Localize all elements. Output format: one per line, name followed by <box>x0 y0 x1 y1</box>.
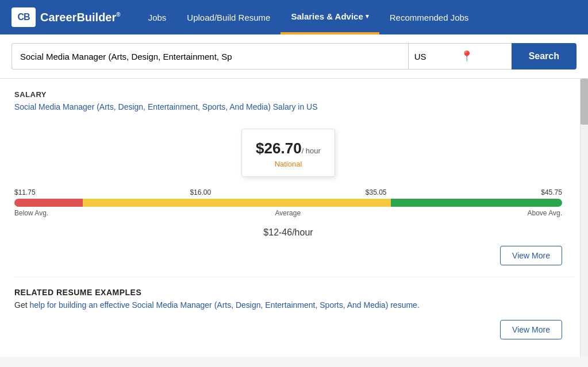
salary-range-labels: $11.75 $16.00 $35.05 $45.75 <box>14 188 562 196</box>
search-button[interactable]: Search <box>512 43 577 69</box>
resume-view-more-row: View More <box>14 320 562 339</box>
resume-section: RELATED RESUME EXAMPLES Get help for bui… <box>14 288 574 339</box>
search-location-wrapper: 📍 <box>408 43 512 69</box>
salary-section-title: Social Media Manager (Arts, Design, Ente… <box>14 102 562 111</box>
label-below-avg: Below Avg. <box>14 209 48 217</box>
logo-brand-text: CareerBuilder® <box>40 11 121 24</box>
resume-view-more-button[interactable]: View More <box>500 320 562 339</box>
nav-salaries-advice[interactable]: Salaries & Advice ▾ <box>280 0 379 34</box>
navbar: CB CareerBuilder® Jobs Upload/Build Resu… <box>0 0 588 34</box>
resume-help-link[interactable]: help for building an effective Social Me… <box>29 300 419 310</box>
bar-below-avg <box>14 199 83 207</box>
logo-cb-text: CB <box>17 12 29 22</box>
nav-jobs[interactable]: Jobs <box>138 0 177 34</box>
logo[interactable]: CB CareerBuilder® <box>11 7 121 27</box>
label-above-avg: Above Avg. <box>528 209 563 217</box>
salary-bar <box>14 199 562 207</box>
bar-average <box>83 199 391 207</box>
salary-section-label: SALARY <box>14 90 562 99</box>
scrollbar[interactable] <box>580 79 588 357</box>
label-avg: Average <box>48 209 527 217</box>
salary-bar-section: $11.75 $16.00 $35.05 $45.75 Below Avg. A… <box>14 188 562 217</box>
location-icon[interactable]: 📍 <box>460 50 473 63</box>
scroll-thumb[interactable] <box>581 79 588 125</box>
resume-section-title: RELATED RESUME EXAMPLES <box>14 288 562 297</box>
chevron-down-icon: ▾ <box>366 13 369 20</box>
salary-amount: $26.70/ hour <box>256 140 321 157</box>
bar-above-avg <box>391 199 562 207</box>
section-divider <box>14 277 574 277</box>
nav-links: Jobs Upload/Build Resume Salaries & Advi… <box>138 0 577 34</box>
range-low-low: $11.75 <box>14 188 36 196</box>
search-bar-container: 📍 Search <box>0 34 588 79</box>
search-job-input[interactable] <box>11 43 408 69</box>
salary-labels-row: Below Avg. Average Above Avg. <box>14 209 562 217</box>
main-content: SALARY Social Media Manager (Arts, Desig… <box>0 79 588 357</box>
salary-national-label: National <box>256 160 321 168</box>
salary-card: $26.70/ hour National <box>241 129 335 177</box>
range-high-high: $45.75 <box>541 188 562 196</box>
salary-card-wrapper: $26.70/ hour National <box>14 129 562 177</box>
salary-section: SALARY Social Media Manager (Arts, Desig… <box>14 90 574 265</box>
salary-view-more-button[interactable]: View More <box>500 246 562 265</box>
salary-range-text: $12-46/hour <box>14 227 562 238</box>
resume-subtitle: Get help for building an effective Socia… <box>14 300 562 310</box>
range-low: $16.00 <box>190 188 211 196</box>
nav-recommended-jobs[interactable]: Recommended Jobs <box>379 0 479 34</box>
nav-upload-resume[interactable]: Upload/Build Resume <box>176 0 280 34</box>
logo-box: CB <box>11 7 36 27</box>
salary-view-more-row: View More <box>14 246 562 265</box>
search-location-input[interactable] <box>414 52 460 61</box>
range-high: $35.05 <box>366 188 387 196</box>
